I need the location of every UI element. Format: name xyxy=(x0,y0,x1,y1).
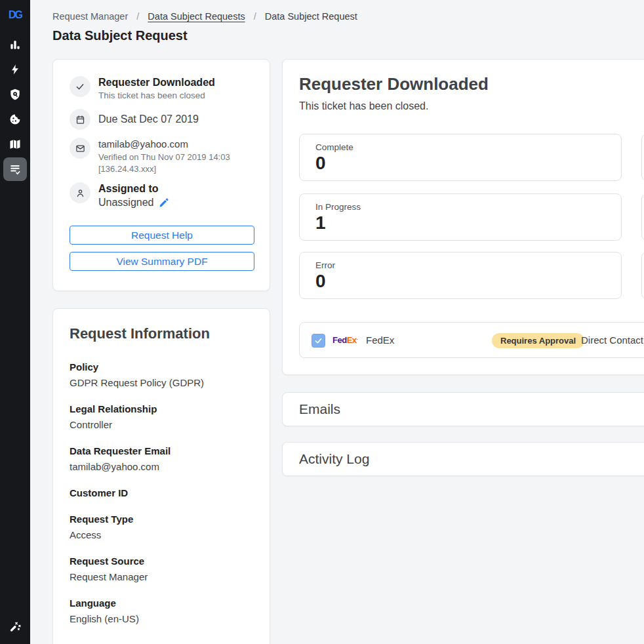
field-language: Language English (en-US) xyxy=(70,595,253,627)
stat-card-error: Error 0 xyxy=(299,252,622,299)
sidebar-item-data-map[interactable] xyxy=(3,132,27,156)
sidebar-nav xyxy=(0,33,30,181)
sidebar-item-assistant[interactable] xyxy=(3,615,27,639)
stat-card-cutoff-2 xyxy=(641,193,644,241)
sidebar-item-automation[interactable] xyxy=(3,58,27,81)
stat-card-cutoff-1 xyxy=(641,134,644,181)
field-customer-id: Customer ID xyxy=(70,485,253,501)
vendor-method: Direct Contact xyxy=(581,334,643,346)
person-icon xyxy=(70,182,91,203)
stat-card-cutoff-3 xyxy=(641,252,644,299)
list-check-icon xyxy=(9,163,22,176)
stat-card-complete: Complete 0 xyxy=(299,134,622,181)
lightning-icon xyxy=(9,64,21,75)
field-policy: Policy GDPR Request Policy (GDPR) xyxy=(70,359,253,391)
requester-email: tamilab@yahoo.com xyxy=(98,138,188,150)
vendor-checkbox[interactable] xyxy=(312,334,325,348)
breadcrumb: Request Manager / Data Subject Requests … xyxy=(52,11,357,22)
request-help-button[interactable]: Request Help xyxy=(70,226,254,245)
data-subject-request-page: DG xyxy=(0,0,644,644)
datagrail-logo[interactable]: DG xyxy=(0,5,30,25)
mail-icon xyxy=(70,138,91,159)
sidebar-item-request-manager[interactable] xyxy=(3,157,27,181)
calendar-icon xyxy=(70,109,91,130)
vendor-row-fedex[interactable]: FedEx. FedEx Requires Approval Direct Co… xyxy=(299,322,644,358)
field-request-source: Request Source Request Manager xyxy=(70,553,253,585)
map-icon xyxy=(9,138,22,151)
vendor-name: FedEx xyxy=(366,334,394,346)
edit-assignee-pencil-icon[interactable] xyxy=(159,197,169,208)
field-data-requester-email: Data Requester Email tamilab@yahoo.com xyxy=(70,443,253,475)
page-title: Data Subject Request xyxy=(52,28,188,43)
breadcrumb-data-subject-requests[interactable]: Data Subject Requests xyxy=(148,11,245,22)
assigned-to-label: Assigned to xyxy=(98,183,159,195)
ticket-status-subtitle: This ticket has been closed xyxy=(98,91,205,100)
workflow-panel: Requester Downloaded This ticket has bee… xyxy=(282,59,644,375)
verified-info: Verified on Thu Nov 07 2019 14:03 [136.2… xyxy=(98,151,230,175)
request-information-title: Request Information xyxy=(70,325,253,342)
bar-chart-icon xyxy=(9,38,22,51)
cookie-icon xyxy=(9,113,22,126)
field-request-type: Request Type Access xyxy=(70,512,253,543)
fedex-logo: FedEx. xyxy=(332,335,357,345)
emails-title: Emails xyxy=(299,401,340,417)
magic-wand-icon xyxy=(9,620,22,634)
breadcrumb-separator: / xyxy=(136,11,139,22)
request-information-card: Request Information Policy GDPR Request … xyxy=(52,308,270,644)
shield-search-icon xyxy=(9,88,22,101)
activity-log-title: Activity Log xyxy=(299,451,369,467)
sidebar: DG xyxy=(0,0,30,644)
breadcrumb-request-manager[interactable]: Request Manager xyxy=(52,11,128,22)
breadcrumb-current: Data Subject Request xyxy=(265,11,357,22)
field-legal-relationship: Legal Relationship Controller xyxy=(70,401,253,433)
workflow-title: Requester Downloaded xyxy=(299,74,489,94)
assigned-to-value: Unassigned xyxy=(98,197,169,209)
due-date: Due Sat Dec 07 2019 xyxy=(98,113,199,125)
ticket-status-title: Requester Downloaded xyxy=(98,77,215,89)
stat-card-in-progress: In Progress 1 xyxy=(299,193,622,241)
workflow-subtitle: This ticket has been closed. xyxy=(299,100,428,112)
requires-approval-badge: Requires Approval xyxy=(492,333,584,348)
ticket-status-card: Requester Downloaded This ticket has bee… xyxy=(52,59,270,291)
view-summary-pdf-button[interactable]: View Summary PDF xyxy=(70,252,254,271)
emails-section-header[interactable]: Emails xyxy=(282,392,644,426)
breadcrumb-separator: / xyxy=(254,11,256,22)
sidebar-item-consent[interactable] xyxy=(3,108,27,131)
activity-log-section-header[interactable]: Activity Log xyxy=(282,442,644,476)
check-circle-icon xyxy=(70,76,91,97)
sidebar-item-privacy[interactable] xyxy=(3,83,27,106)
sidebar-item-analytics[interactable] xyxy=(3,33,27,56)
